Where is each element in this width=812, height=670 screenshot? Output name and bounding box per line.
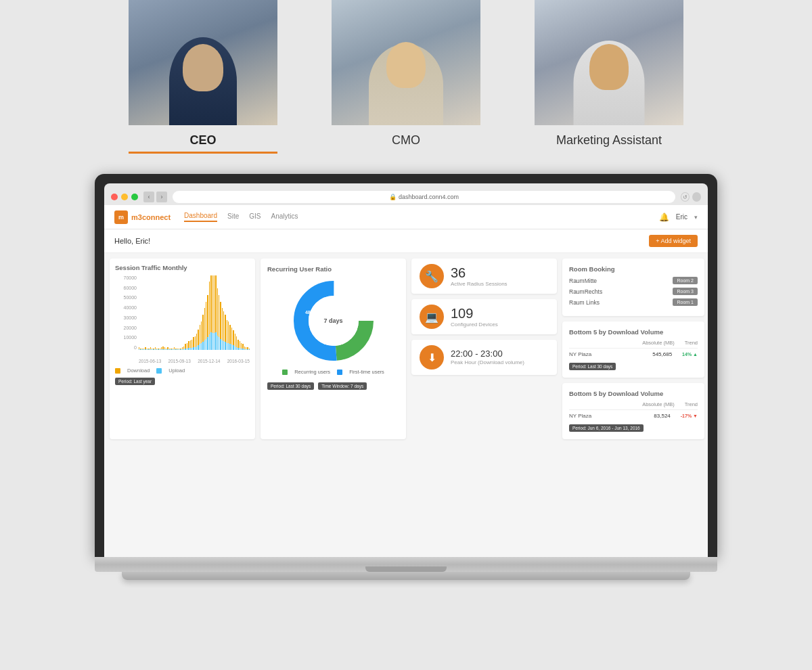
chart-yaxis: 70000 60000 50000 40000 30000 20000 1000… bbox=[115, 275, 139, 350]
bar-upload bbox=[139, 349, 139, 350]
user-dropdown-icon[interactable]: ▾ bbox=[694, 214, 698, 221]
refresh-icon[interactable]: ↺ bbox=[681, 192, 690, 202]
room-badge-2: Room 3 bbox=[673, 288, 698, 295]
bar-group bbox=[145, 275, 145, 350]
bar-group bbox=[241, 275, 242, 350]
logo-text: m3connect bbox=[131, 213, 171, 221]
bar-upload bbox=[145, 349, 145, 350]
url-bar[interactable]: 🔒 dashboard.conn4.com bbox=[173, 191, 675, 203]
bar-group bbox=[143, 275, 144, 350]
bar-upload bbox=[161, 349, 162, 350]
laptop: ‹ › 🔒 dashboard.conn4.com ↺ m bbox=[95, 174, 717, 580]
browser-chrome: ‹ › 🔒 dashboard.conn4.com ↺ bbox=[104, 183, 708, 205]
bottom5-top-widget: Bottom 5 by Download Volume Absolute (MB… bbox=[562, 321, 704, 378]
bar-download bbox=[242, 344, 243, 349]
recurring-time-window-badge: Time Window: 7 days bbox=[318, 382, 367, 390]
bar-download bbox=[225, 315, 225, 342]
maximize-button[interactable] bbox=[131, 194, 138, 200]
recurring-legend-dot bbox=[282, 370, 288, 375]
bar-group bbox=[222, 275, 223, 350]
room-item-2: RaumRechts Room 3 bbox=[569, 288, 698, 295]
bar-download bbox=[198, 330, 198, 345]
bar-group bbox=[190, 275, 191, 350]
devices-stat-widget: 💻 109 Configured Devices bbox=[411, 299, 557, 334]
bar-download bbox=[200, 325, 200, 344]
bar-upload bbox=[198, 345, 198, 350]
recurring-user-title: Recurring User Ratio bbox=[267, 265, 399, 273]
bottom5-top-header: Absolute (MB) Trend bbox=[569, 340, 698, 349]
bar-upload bbox=[240, 348, 240, 350]
donut-container: 48.7% 51.3% 7 days Recurring users F bbox=[267, 277, 399, 375]
notification-icon[interactable]: 🔔 bbox=[659, 213, 669, 222]
bar-upload bbox=[231, 344, 232, 350]
bar-group bbox=[201, 275, 202, 350]
bar-upload bbox=[147, 349, 148, 350]
bar-upload bbox=[193, 347, 194, 350]
bar-upload bbox=[171, 349, 171, 350]
personas-section: CEO CMO Marketing Assistant bbox=[0, 0, 812, 167]
bar-group bbox=[140, 275, 141, 350]
bar-group bbox=[212, 275, 213, 350]
bar-group bbox=[210, 275, 211, 350]
add-widget-button[interactable]: + Add widget bbox=[649, 235, 698, 247]
minimize-button[interactable] bbox=[121, 194, 128, 200]
bar-upload bbox=[183, 349, 184, 350]
bar-upload bbox=[200, 344, 200, 350]
bar-download bbox=[193, 337, 194, 347]
bar-group bbox=[175, 275, 176, 350]
traffic-lights bbox=[111, 194, 138, 200]
bar-group bbox=[155, 275, 156, 350]
bar-group bbox=[158, 275, 158, 350]
bar-group bbox=[249, 275, 250, 350]
persona-ma[interactable]: Marketing Assistant bbox=[535, 0, 683, 148]
upload-legend-label: Upload bbox=[168, 367, 185, 374]
forward-button[interactable]: › bbox=[156, 192, 167, 202]
settings-icon[interactable] bbox=[692, 192, 701, 202]
bar-group bbox=[246, 275, 246, 350]
dashboard-grid: Session Traffic Monthly 70000 60000 5000… bbox=[104, 253, 708, 445]
hello-bar: Hello, Eric! + Add widget bbox=[104, 229, 708, 253]
nav-site[interactable]: Site bbox=[227, 213, 239, 221]
bar-group bbox=[187, 275, 187, 350]
bar-group bbox=[162, 275, 163, 350]
bar-download bbox=[215, 275, 216, 332]
bottom5-bottom-title: Bottom 5 by Download Volume bbox=[569, 390, 698, 397]
bar-group bbox=[182, 275, 183, 350]
ma-label: Marketing Assistant bbox=[556, 133, 662, 148]
bottom5-bottom-header: Absolute (MB) Trend bbox=[569, 401, 698, 410]
bar-group bbox=[180, 275, 181, 350]
nav-gis[interactable]: GIS bbox=[249, 213, 261, 221]
bar-group bbox=[191, 275, 192, 350]
bar-group bbox=[244, 275, 245, 350]
bar-group bbox=[193, 275, 194, 350]
radius-stat-widget: 🔧 36 Active Radius Sessions bbox=[411, 259, 557, 294]
bar-group bbox=[152, 275, 152, 350]
close-button[interactable] bbox=[111, 194, 118, 200]
session-traffic-widget: Session Traffic Monthly 70000 60000 5000… bbox=[110, 259, 255, 439]
bar-group bbox=[179, 275, 179, 350]
bar-upload bbox=[191, 348, 192, 350]
bar-group bbox=[174, 275, 175, 350]
bar-upload bbox=[215, 332, 216, 350]
bar-group bbox=[200, 275, 200, 350]
nav-dashboard[interactable]: Dashboard bbox=[184, 212, 217, 222]
bar-group bbox=[215, 275, 216, 350]
bar-group bbox=[240, 275, 240, 350]
app-logo: m m3connect bbox=[114, 210, 171, 224]
bar-upload bbox=[247, 349, 248, 350]
bar-download bbox=[210, 275, 211, 332]
nav-analytics[interactable]: Analytics bbox=[271, 213, 298, 221]
bar-group bbox=[225, 275, 225, 350]
app-nav: m m3connect Dashboard Site GIS Analytics… bbox=[104, 205, 708, 229]
bar-upload bbox=[212, 333, 213, 350]
room-booking-widget: Room Booking RaumMitte Room 2 RaumRechts… bbox=[562, 259, 704, 316]
back-button[interactable]: ‹ bbox=[143, 192, 154, 202]
bar-download bbox=[190, 340, 191, 348]
bar-download bbox=[209, 282, 210, 334]
persona-cmo[interactable]: CMO bbox=[332, 0, 480, 148]
bar-upload bbox=[148, 349, 149, 350]
bar-upload bbox=[166, 349, 166, 350]
persona-ceo[interactable]: CEO bbox=[129, 0, 277, 154]
room-booking-title: Room Booking bbox=[569, 265, 698, 273]
bar-download bbox=[238, 340, 238, 348]
